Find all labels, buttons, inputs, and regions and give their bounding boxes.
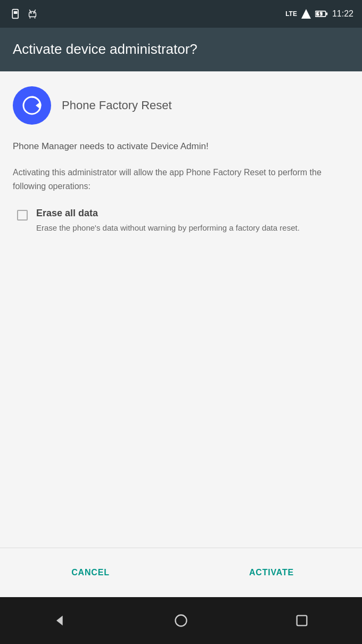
android-icon: [27, 8, 38, 20]
refresh-icon: [21, 94, 43, 117]
svg-line-4: [30, 10, 31, 12]
svg-marker-17: [56, 616, 63, 626]
svg-marker-16: [36, 102, 40, 109]
permission-checkbox: [17, 210, 28, 221]
permission-description: Erase the phone's data without warning b…: [36, 222, 349, 234]
app-row: Phone Factory Reset: [13, 86, 349, 125]
permission-section: Erase all data Erase the phone's data wi…: [13, 208, 349, 234]
page-header: Activate device administrator?: [0, 28, 362, 71]
permission-content: Erase all data Erase the phone's data wi…: [36, 208, 349, 234]
lte-label: LTE: [285, 10, 297, 18]
main-content: Phone Factory Reset Phone Manager needs …: [0, 71, 362, 548]
cancel-button[interactable]: CANCEL: [0, 548, 181, 597]
activate-button[interactable]: ACTIVATE: [181, 548, 362, 597]
status-time: 11:22: [332, 9, 353, 19]
nav-bar: [0, 597, 362, 644]
status-bar: LTE 11:22: [0, 0, 362, 28]
svg-rect-19: [297, 616, 307, 626]
app-icon: [13, 86, 51, 125]
page-title: Activate device administrator?: [13, 40, 349, 59]
bottom-buttons: CANCEL ACTIVATE: [0, 548, 362, 597]
primary-description: Phone Manager needs to activate Device A…: [13, 140, 349, 153]
home-button[interactable]: [166, 606, 196, 635]
home-icon: [174, 613, 188, 628]
recents-icon: [294, 613, 309, 628]
svg-line-5: [35, 10, 36, 12]
sim-icon: [11, 9, 21, 19]
svg-point-18: [175, 615, 186, 626]
svg-point-2: [30, 12, 32, 14]
back-icon: [53, 613, 68, 628]
battery-icon: [315, 10, 328, 18]
back-button[interactable]: [45, 606, 75, 635]
svg-rect-11: [326, 12, 328, 15]
signal-icon: [301, 9, 311, 19]
svg-marker-8: [301, 9, 311, 19]
app-name: Phone Factory Reset: [62, 99, 172, 112]
svg-rect-1: [14, 11, 18, 14]
secondary-description: Activating this administrator will allow…: [13, 166, 349, 193]
status-bar-notifications: [9, 8, 38, 20]
status-bar-system: LTE 11:22: [285, 9, 353, 19]
recents-button[interactable]: [287, 606, 317, 635]
permission-title: Erase all data: [36, 208, 349, 219]
svg-point-3: [33, 12, 35, 14]
